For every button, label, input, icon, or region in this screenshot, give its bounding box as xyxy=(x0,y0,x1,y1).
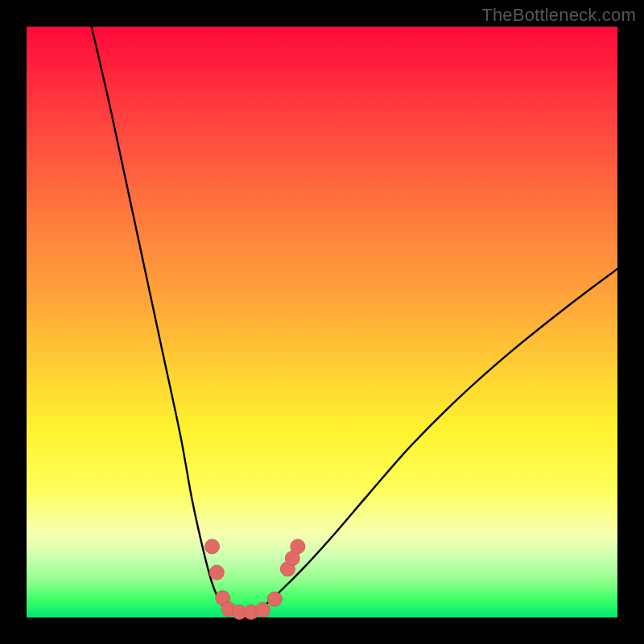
curve-marker xyxy=(256,603,270,617)
curve-marker xyxy=(209,565,224,580)
curve-marker xyxy=(205,539,220,554)
bottleneck-curve-svg xyxy=(27,27,617,617)
bottleneck-curve xyxy=(92,27,617,615)
chart-frame: TheBottleneck.com xyxy=(0,0,644,644)
watermark-text: TheBottleneck.com xyxy=(481,5,636,26)
curve-markers xyxy=(205,539,305,620)
curve-marker xyxy=(267,592,282,606)
curve-marker xyxy=(291,539,305,554)
plot-area xyxy=(27,27,617,617)
